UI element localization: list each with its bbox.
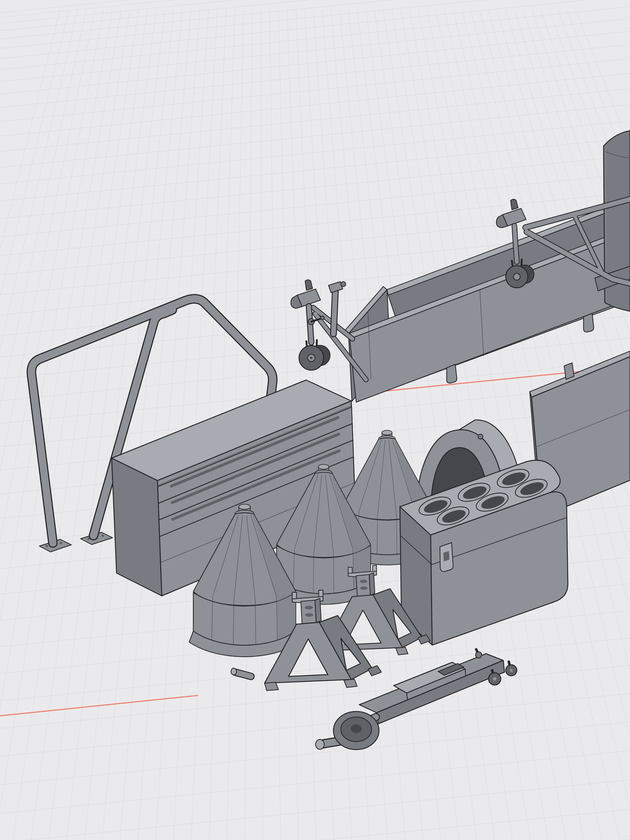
hinge-tab[interactable] [584, 313, 594, 332]
panel-tab[interactable] [564, 363, 574, 379]
wheel-hub[interactable] [513, 273, 520, 280]
bolt[interactable] [60, 542, 62, 544]
latch-slot[interactable] [443, 551, 450, 561]
modeling-canvas[interactable] [0, 0, 630, 840]
model-hitch-pin[interactable] [231, 668, 251, 676]
bolt[interactable] [101, 534, 104, 537]
caster-hub[interactable] [510, 669, 513, 672]
wheel-axle[interactable] [310, 357, 313, 359]
hinge-tab[interactable] [446, 364, 457, 383]
release-knob[interactable] [476, 652, 482, 658]
handle-end-cap[interactable] [316, 739, 324, 749]
bolt[interactable] [46, 545, 48, 547]
pin-head[interactable] [231, 668, 237, 675]
winch-post[interactable] [334, 292, 335, 334]
coupler-latch[interactable] [305, 280, 313, 290]
chest-side[interactable] [112, 458, 162, 596]
winch-knob[interactable] [341, 282, 346, 287]
saddle-center[interactable] [351, 725, 362, 733]
caster-hub[interactable] [493, 677, 497, 681]
coupler-latch[interactable] [511, 199, 518, 210]
winch-head[interactable] [329, 282, 343, 293]
fender-knob[interactable] [478, 434, 483, 439]
crank-knob[interactable] [321, 316, 324, 320]
jockey-post[interactable] [514, 226, 517, 262]
